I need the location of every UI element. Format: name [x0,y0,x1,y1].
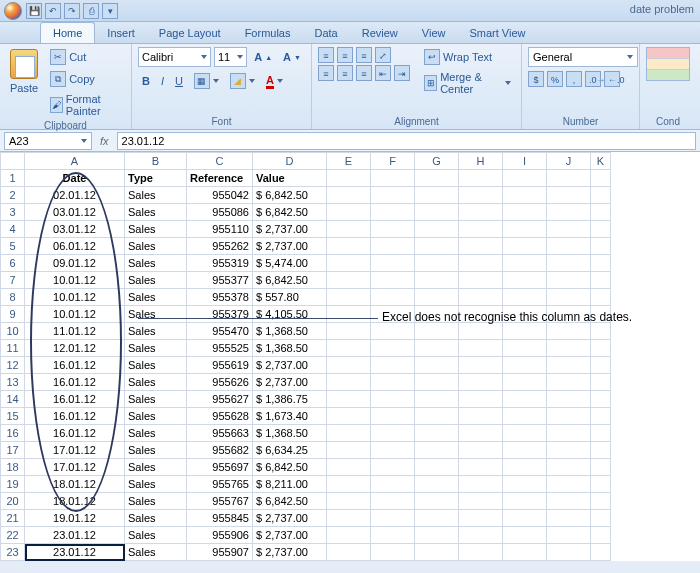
format-painter-button[interactable]: 🖌Format Painter [46,91,125,119]
cell[interactable]: Sales [125,476,187,493]
cell[interactable] [547,357,591,374]
name-box[interactable]: A23 [4,132,92,150]
grow-font-button[interactable]: A▲ [250,49,276,65]
cell[interactable] [547,510,591,527]
cell[interactable]: Sales [125,357,187,374]
cell[interactable]: $ 6,842.50 [253,204,327,221]
cell[interactable] [415,221,459,238]
cell[interactable] [327,221,371,238]
cell[interactable] [327,323,371,340]
cell[interactable] [591,255,611,272]
cell[interactable] [459,476,503,493]
cell[interactable] [547,459,591,476]
row-header[interactable]: 8 [1,289,25,306]
cell[interactable] [371,323,415,340]
cell[interactable] [503,408,547,425]
cell[interactable] [327,425,371,442]
col-header[interactable]: C [187,153,253,170]
redo-icon[interactable]: ↷ [64,3,80,19]
cell[interactable]: Sales [125,289,187,306]
align-center-button[interactable]: ≡ [337,65,353,81]
cell[interactable]: Type [125,170,187,187]
cell[interactable]: 18.01.12 [25,493,125,510]
col-header[interactable]: I [503,153,547,170]
cell[interactable] [503,289,547,306]
cell[interactable] [327,544,371,561]
cell[interactable] [327,391,371,408]
cell[interactable] [547,476,591,493]
cell[interactable]: Sales [125,323,187,340]
cell[interactable]: $ 1,673.40 [253,408,327,425]
cell[interactable] [371,255,415,272]
office-button[interactable] [4,2,22,20]
cell[interactable]: $ 5,474.00 [253,255,327,272]
cell[interactable] [547,408,591,425]
cell[interactable]: 955906 [187,527,253,544]
cell[interactable] [591,391,611,408]
col-header[interactable]: D [253,153,327,170]
cell[interactable]: 955767 [187,493,253,510]
currency-button[interactable]: $ [528,71,544,87]
cell[interactable]: $ 6,842.50 [253,459,327,476]
cell[interactable] [415,187,459,204]
cell[interactable]: 955663 [187,425,253,442]
worksheet[interactable]: ABCDEFGHIJK1DateTypeReferenceValue202.01… [0,152,700,561]
cell[interactable]: 16.01.12 [25,391,125,408]
shrink-font-button[interactable]: A▼ [279,49,305,65]
print-icon[interactable]: ⎙ [83,3,99,19]
cell[interactable]: 955262 [187,238,253,255]
cell[interactable]: Sales [125,442,187,459]
cell[interactable] [415,442,459,459]
cell[interactable]: $ 2,737.00 [253,357,327,374]
comma-button[interactable]: , [566,71,582,87]
cell[interactable] [415,289,459,306]
cell[interactable]: $ 1,368.50 [253,340,327,357]
cell[interactable]: 955682 [187,442,253,459]
cell[interactable] [371,170,415,187]
cell[interactable] [503,544,547,561]
cell[interactable] [415,476,459,493]
col-header[interactable]: B [125,153,187,170]
cell[interactable] [371,425,415,442]
cell[interactable] [371,459,415,476]
row-header[interactable]: 23 [1,544,25,561]
cell[interactable] [591,544,611,561]
cell[interactable] [327,289,371,306]
cell[interactable]: 19.01.12 [25,510,125,527]
cell[interactable] [327,238,371,255]
bold-button[interactable]: B [138,73,154,89]
cell[interactable]: Sales [125,527,187,544]
cell[interactable]: 16.01.12 [25,408,125,425]
row-header[interactable]: 20 [1,493,25,510]
cell[interactable]: 06.01.12 [25,238,125,255]
cell[interactable]: $ 6,634.25 [253,442,327,459]
cell[interactable]: Sales [125,255,187,272]
cell[interactable]: 955907 [187,544,253,561]
cell[interactable] [503,425,547,442]
cell[interactable]: 955042 [187,187,253,204]
cell[interactable] [327,476,371,493]
cell[interactable] [503,221,547,238]
cell[interactable] [327,459,371,476]
cell[interactable] [591,459,611,476]
cell[interactable] [591,340,611,357]
cell[interactable]: 02.01.12 [25,187,125,204]
cell[interactable]: 12.01.12 [25,340,125,357]
font-size-select[interactable]: 11 [214,47,247,67]
cell[interactable] [547,170,591,187]
cell[interactable] [547,442,591,459]
cell[interactable] [459,357,503,374]
cell[interactable]: 955525 [187,340,253,357]
cell[interactable] [503,476,547,493]
cell[interactable] [371,527,415,544]
cell[interactable] [459,255,503,272]
cell[interactable]: 16.01.12 [25,374,125,391]
cell[interactable] [459,425,503,442]
align-left-button[interactable]: ≡ [318,65,334,81]
cell[interactable]: 16.01.12 [25,357,125,374]
cell[interactable] [371,476,415,493]
cell[interactable]: 09.01.12 [25,255,125,272]
cell[interactable]: 955626 [187,374,253,391]
increase-decimal-button[interactable]: .0→ [585,71,601,87]
copy-button[interactable]: ⧉Copy [46,69,125,89]
